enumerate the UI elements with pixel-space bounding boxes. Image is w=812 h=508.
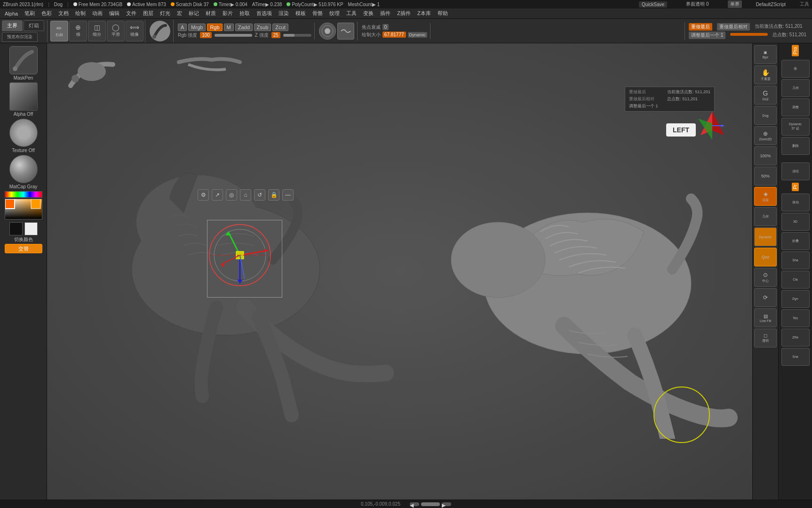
scroll-right[interactable]: ▶ — [442, 502, 451, 506]
far-geometry-btn[interactable]: 几何 — [781, 79, 810, 97]
adjust-slider[interactable] — [730, 33, 768, 36]
menu-transform[interactable]: 变换 — [360, 9, 376, 18]
far-3d-btn[interactable]: 3D — [781, 213, 810, 231]
transform-gizmo[interactable] — [207, 222, 273, 288]
mirror-button[interactable]: ⟺ 镜像 — [126, 21, 143, 41]
menu-light[interactable]: 灯光 — [157, 9, 173, 18]
menu-texture[interactable]: 纹理 — [326, 9, 342, 18]
far-delete-btn[interactable]: 删除 — [781, 137, 810, 155]
m-btn[interactable]: M — [224, 24, 234, 31]
arrow-icon[interactable]: ↗ — [212, 189, 223, 201]
far-save-btn[interactable]: 保动 — [781, 194, 810, 211]
rgb-btn[interactable]: Rgb — [207, 24, 222, 31]
lock-icon[interactable]: 🔒 — [268, 189, 279, 201]
mrgb-btn[interactable]: Mrgb — [188, 24, 206, 31]
background-color[interactable] — [24, 222, 38, 235]
adjust-btn[interactable]: 调整最后一个 1 — [689, 32, 725, 39]
menu-plugin[interactable]: 插件 — [377, 9, 393, 18]
focal-shift-value[interactable]: 0 — [382, 24, 389, 30]
texture-preview-display[interactable] — [9, 119, 38, 147]
tab-preview[interactable]: 预览布尔渲染 — [2, 32, 38, 42]
brush-preview-display[interactable] — [9, 46, 38, 74]
dog-btn[interactable]: Dog — [754, 106, 777, 125]
menu-movie[interactable]: 影片 — [220, 9, 236, 18]
goz-btn[interactable]: G GoZ — [754, 86, 777, 105]
cla-btn[interactable]: Cla — [781, 271, 810, 289]
transparent-btn[interactable]: ◻ 透明 — [754, 329, 777, 347]
menu-preferences[interactable]: 首选项 — [254, 9, 275, 18]
menu-pick[interactable]: 拾取 — [237, 9, 253, 18]
rotate-btn[interactable]: ⟳ — [754, 288, 777, 307]
scroll-thumb[interactable] — [421, 502, 440, 506]
settings-icon[interactable]: ⚙ — [198, 189, 209, 201]
far-freeze-btn[interactable]: 冻结 — [781, 162, 810, 180]
zadd-btn[interactable]: Zadd — [235, 24, 253, 31]
geometry-btn[interactable]: 几何 — [754, 207, 777, 226]
zre-btn[interactable]: ZRe — [781, 329, 810, 347]
last-relative-btn[interactable]: 重做最后相对 — [717, 23, 750, 31]
menu-tool[interactable]: 工具 — [343, 9, 359, 18]
far-adjust-btn[interactable]: 调整 — [781, 98, 810, 116]
draw-size-value[interactable]: 67.81777 — [382, 32, 406, 38]
sha-btn[interactable]: Sha — [781, 251, 810, 269]
menu-animation[interactable]: 动画 — [89, 9, 105, 18]
edit-button[interactable]: ✏ Edit — [50, 21, 68, 41]
move-button[interactable]: ⊕ 移 — [69, 21, 87, 41]
far-fold-btn[interactable]: 折叠 — [781, 232, 810, 250]
surface-icon[interactable] — [337, 23, 354, 40]
menu-file[interactable]: 文件 — [123, 9, 139, 18]
pro-label[interactable]: Pro — [792, 45, 799, 56]
zoom2d-btn[interactable]: ⊕ Zoom2D — [754, 126, 777, 145]
default-script[interactable]: DefaultZScript — [756, 2, 786, 7]
dynamic-btn2[interactable]: Dynamic — [754, 227, 777, 246]
tab-main[interactable]: 主界 — [2, 20, 23, 31]
menu-color[interactable]: 色彩 — [39, 9, 55, 18]
rgb-intensity-slider[interactable] — [215, 34, 252, 37]
menu-render[interactable]: 渲染 — [276, 9, 292, 18]
bpr-btn[interactable]: ▣ Bpr — [754, 45, 777, 64]
smooth-button[interactable]: ◯ 平滑 — [107, 21, 125, 41]
menu-zscript[interactable]: Z本库 — [414, 9, 434, 18]
center-btn[interactable]: ⊙ 中心 — [754, 268, 777, 287]
matcap-selector[interactable]: MatCap Gray — [2, 155, 45, 189]
last-redo-btn[interactable]: 重做最后 — [689, 23, 712, 31]
menu-edit[interactable]: 编辑 — [106, 9, 122, 18]
render-btn[interactable]: ◈ 渲染 — [754, 187, 777, 206]
brush-selector[interactable]: MaskPen — [2, 46, 45, 81]
subdivide-button[interactable]: ◫ 细分 — [88, 21, 106, 41]
tab-lightbox[interactable]: 灯箱 — [24, 20, 44, 31]
menu-brush[interactable]: 笔刷 — [22, 9, 38, 18]
brush-a-btn[interactable]: A — [178, 24, 187, 31]
alpha-preview-display[interactable] — [9, 82, 38, 111]
target-icon[interactable]: ◎ — [226, 189, 237, 201]
brush-preview-btn[interactable] — [150, 21, 170, 41]
menu-macro[interactable]: 宏 — [174, 9, 185, 18]
minus-icon[interactable]: — — [282, 189, 294, 201]
rgb-intensity-value[interactable]: 100 — [200, 32, 212, 38]
zoom100-btn[interactable]: 100% — [754, 146, 777, 165]
menu-alpha[interactable]: Alpha — [2, 10, 21, 17]
far-pro-label2[interactable]: Pr — [792, 183, 799, 191]
dynamic-btn[interactable]: Dynamic — [408, 32, 427, 38]
menu-draw[interactable]: 绘制 — [72, 9, 88, 18]
viewport[interactable]: ⚙ ↗ ◎ ⌂ ↺ 🔒 — LEFT — [47, 43, 752, 500]
far-dynamic-btn[interactable]: Dynamic 37 起 — [781, 118, 810, 136]
menu-document[interactable]: 文档 — [56, 9, 72, 18]
scroll-left[interactable]: ◀ — [410, 502, 419, 506]
single-menu[interactable]: 单界 — [728, 0, 742, 8]
stroke-icon[interactable] — [319, 23, 336, 40]
home-icon[interactable]: ⌂ — [240, 189, 251, 201]
zsub-btn[interactable]: Zsub — [254, 24, 271, 31]
texture-selector[interactable]: Texture Off — [2, 119, 45, 153]
xyz-btn[interactable]: Qvz — [754, 248, 777, 266]
dyn-btn[interactable]: Dyn — [781, 290, 810, 308]
tes-btn[interactable]: Tes — [781, 309, 810, 327]
foreground-color[interactable] — [9, 222, 23, 235]
subtool-btn[interactable]: ✋ 子素委 — [754, 65, 777, 84]
menu-template[interactable]: 模板 — [293, 9, 309, 18]
z-intensity-value[interactable]: 25 — [271, 32, 280, 38]
quicksave-btn[interactable]: QuickSave — [639, 1, 667, 8]
sna-btn[interactable]: Sna — [781, 348, 810, 366]
linefill-btn[interactable]: ▤ Line Fill — [754, 308, 777, 327]
pro-btn[interactable]: 保 — [781, 60, 810, 78]
